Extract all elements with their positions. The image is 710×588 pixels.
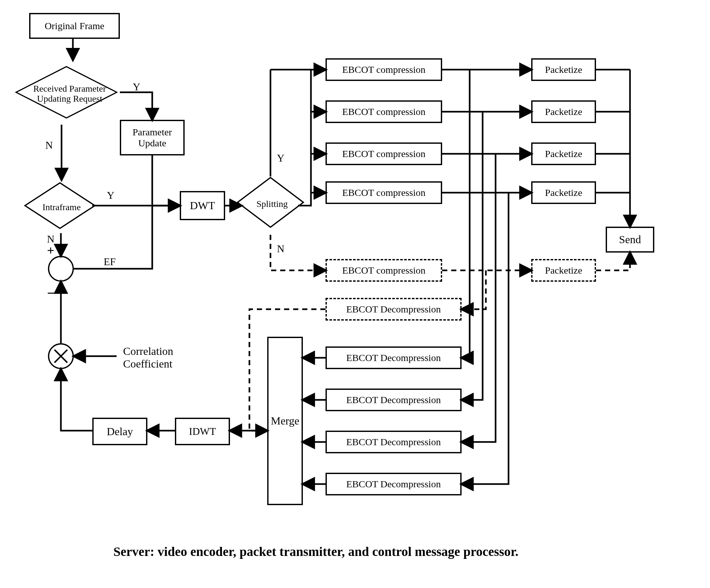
ebcot-comp-dashed: EBCOT compression <box>326 259 442 282</box>
ebcot-comp-2-label: EBCOT compression <box>342 106 426 118</box>
delay-label: Delay <box>106 425 133 438</box>
intra-n-label: N <box>47 233 54 245</box>
packetize-1: Packetize <box>531 58 596 81</box>
ebcot-decomp-4-label: EBCOT Decompression <box>346 479 441 490</box>
dwt-label: DWT <box>190 199 215 212</box>
intra-y-label: Y <box>107 190 114 201</box>
param-n-label: N <box>45 139 53 151</box>
ebcot-decomp-3: EBCOT Decompression <box>326 431 462 453</box>
merge-label: Merge <box>271 414 299 427</box>
packetize-1-label: Packetize <box>545 64 583 75</box>
ebcot-comp-3-label: EBCOT compression <box>342 148 426 160</box>
param-decision-label: Received Parameter Updating Request <box>33 84 106 104</box>
packetize-3-label: Packetize <box>545 148 583 160</box>
ebcot-decomp-1-label: EBCOT Decompression <box>346 352 441 364</box>
merge-box: Merge <box>267 337 303 505</box>
ebcot-decomp-4: EBCOT Decompression <box>326 473 462 495</box>
packetize-dashed: Packetize <box>531 259 596 282</box>
diagram-canvas: Original Frame Parameter Update DWT EBCO… <box>0 0 710 588</box>
ebcot-decomp-2: EBCOT Decompression <box>326 389 462 411</box>
delay-box: Delay <box>92 418 147 445</box>
original-frame-label: Original Frame <box>45 20 104 32</box>
minus-label: − <box>47 285 55 301</box>
diagram-caption: Server: video encoder, packet transmitte… <box>113 544 519 559</box>
subtractor-circle <box>48 256 74 282</box>
parameter-update-box: Parameter Update <box>120 120 185 155</box>
ebcot-comp-1-label: EBCOT compression <box>342 64 426 75</box>
ebcot-comp-3: EBCOT compression <box>326 143 442 165</box>
ebcot-comp-1: EBCOT compression <box>326 58 442 81</box>
plus-label: + <box>47 243 54 258</box>
split-y-label: Y <box>277 152 284 164</box>
idwt-label: IDWT <box>189 425 216 437</box>
ebcot-comp-4: EBCOT compression <box>326 181 442 204</box>
ebcot-decomp-1: EBCOT Decompression <box>326 346 462 369</box>
send-label: Send <box>619 233 641 246</box>
ebcot-comp-dashed-label: EBCOT compression <box>342 265 426 276</box>
packetize-4: Packetize <box>531 181 596 204</box>
dwt-box: DWT <box>180 191 225 220</box>
multiplier-circle <box>48 343 74 369</box>
ebcot-decomp-dashed: EBCOT Decompression <box>326 298 462 321</box>
ebcot-comp-4-label: EBCOT compression <box>342 187 426 198</box>
packetize-2: Packetize <box>531 100 596 123</box>
original-frame-box: Original Frame <box>29 13 120 39</box>
send-box: Send <box>606 227 654 252</box>
packetize-4-label: Packetize <box>545 187 583 198</box>
parameter-update-label: Parameter Update <box>124 127 181 149</box>
ebcot-decomp-2-label: EBCOT Decompression <box>346 394 441 406</box>
ebcot-decomp-3-label: EBCOT Decompression <box>346 437 441 448</box>
correlation-label: Correlation Coefficient <box>123 345 173 370</box>
ebcot-comp-2: EBCOT compression <box>326 100 442 123</box>
caption-text: Server: video encoder, packet transmitte… <box>113 544 519 559</box>
ebcot-decomp-dashed-label: EBCOT Decompression <box>346 304 441 315</box>
param-y-label: Y <box>133 81 140 93</box>
idwt-box: IDWT <box>175 418 230 445</box>
packetize-dashed-label: Packetize <box>545 265 583 276</box>
intraframe-label: Intraframe <box>43 202 81 213</box>
packetize-3: Packetize <box>531 143 596 165</box>
ef-label: EF <box>104 256 116 268</box>
split-n-label: N <box>277 243 284 255</box>
packetize-2-label: Packetize <box>545 106 583 118</box>
splitting-label: Splitting <box>257 199 288 209</box>
